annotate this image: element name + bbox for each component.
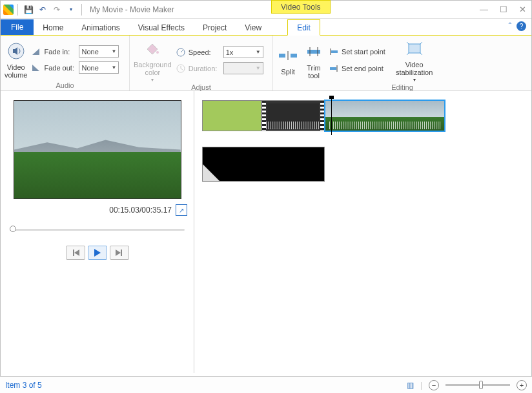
duration-row: Duration: ▼ — [176, 61, 263, 76]
paint-bucket-icon — [141, 37, 163, 59]
prev-frame-button[interactable] — [66, 246, 85, 260]
fade-out-combo[interactable]: None▼ — [79, 61, 119, 74]
set-end-icon — [329, 63, 339, 74]
fade-in-icon — [31, 47, 41, 57]
zoom-in-button[interactable]: + — [517, 380, 527, 390]
window-title: My Movie - Movie Maker — [90, 5, 174, 14]
group-audio: Video volume Fade in: None▼ Fade out: No… — [1, 36, 130, 90]
speed-row: Speed: 1x▼ — [176, 45, 263, 59]
video-tools-label: Video Tools — [271, 0, 331, 14]
contextual-tab-header: Video Tools — [271, 0, 331, 14]
seek-slider[interactable] — [7, 225, 187, 234]
playhead[interactable] — [331, 98, 332, 135]
timecode: 00:15.03/00:35.17 — [109, 206, 172, 215]
tab-animations[interactable]: Animations — [72, 20, 128, 35]
maximize-button[interactable]: ☐ — [500, 5, 507, 14]
quick-access-toolbar: 💾 ↶ ↷ ▾ My Movie - Movie Maker — [1, 3, 174, 16]
ribbon-tabs: File Home Animations Visual Effects Proj… — [1, 19, 531, 36]
separator — [17, 4, 18, 16]
next-frame-button[interactable] — [110, 246, 129, 260]
group-editing: Split Trim tool Set start point Set end … — [273, 36, 531, 90]
clip-scene-1[interactable] — [261, 100, 325, 131]
main-area: 00:15.03/00:35.17 ↗ — [1, 91, 531, 373]
split-icon — [277, 45, 299, 67]
status-bar: Item 3 of 5 ▥ | − + — [0, 376, 532, 393]
timeline-pane[interactable] — [194, 91, 531, 373]
set-start-point-button[interactable]: Set start point — [329, 45, 385, 59]
svg-rect-12 — [330, 67, 336, 70]
titlebar: 💾 ↶ ↷ ▾ My Movie - Movie Maker Video Too… — [1, 1, 531, 19]
fullscreen-icon[interactable]: ↗ — [176, 204, 187, 216]
qat-dropdown-icon[interactable]: ▾ — [65, 3, 77, 16]
tab-project[interactable]: Project — [194, 20, 236, 35]
stabilization-icon — [404, 37, 425, 59]
timeline-row-1 — [202, 100, 524, 131]
speedometer-icon — [176, 47, 186, 58]
svg-rect-14 — [409, 44, 420, 53]
separator — [81, 4, 82, 16]
clip-title[interactable] — [202, 100, 261, 131]
help-icon[interactable]: ? — [517, 21, 526, 31]
tab-file[interactable]: File — [1, 19, 34, 35]
tab-edit[interactable]: Edit — [287, 19, 320, 36]
svg-rect-5 — [291, 54, 297, 58]
video-stabilization-button[interactable]: Video stabilization▾ — [396, 37, 433, 83]
tab-view[interactable]: View — [236, 20, 271, 35]
close-button[interactable]: ✕ — [519, 5, 526, 14]
fade-in-row: Fade in: None▼ — [31, 45, 119, 59]
volume-icon — [5, 40, 27, 62]
play-button[interactable] — [88, 246, 107, 260]
fade-in-combo[interactable]: None▼ — [79, 45, 119, 58]
tab-visual-effects[interactable]: Visual Effects — [129, 20, 194, 35]
split-button[interactable]: Split — [277, 45, 299, 76]
thumbnails-view-icon[interactable]: ▥ — [407, 381, 414, 390]
video-volume-button[interactable]: Video volume — [5, 40, 27, 79]
app-icon — [3, 5, 14, 15]
duration-combo: ▼ — [223, 62, 263, 74]
status-item-count: Item 3 of 5 — [5, 381, 42, 390]
undo-icon[interactable]: ↶ — [36, 3, 49, 16]
collapse-ribbon-icon[interactable]: ˆ — [509, 21, 511, 31]
tab-home[interactable]: Home — [34, 20, 72, 35]
set-end-point-button[interactable]: Set end point — [329, 61, 385, 76]
clip-scene-2-selected[interactable] — [325, 100, 445, 131]
timeline-row-2 — [202, 147, 524, 182]
fade-out-icon — [31, 63, 41, 73]
speed-combo[interactable]: 1x▼ — [223, 46, 263, 58]
svg-rect-10 — [331, 50, 338, 53]
save-icon[interactable]: 💾 — [22, 3, 35, 16]
clock-icon — [176, 63, 186, 74]
group-adjust: Background color▾ Speed: 1x▼ Duration: ▼… — [130, 36, 273, 90]
preview-monitor[interactable] — [14, 100, 181, 199]
background-color-button[interactable]: Background color▾ — [134, 37, 172, 83]
zoom-out-button[interactable]: − — [429, 380, 439, 390]
trim-button[interactable]: Trim tool — [303, 41, 325, 80]
window-controls: — ☐ ✕ — [480, 5, 531, 14]
preview-pane: 00:15.03/00:35.17 ↗ — [1, 91, 194, 373]
svg-rect-7 — [307, 50, 320, 54]
zoom-slider[interactable] — [445, 384, 510, 386]
svg-rect-4 — [279, 54, 285, 58]
minimize-button[interactable]: — — [480, 5, 488, 14]
ribbon: Video volume Fade in: None▼ Fade out: No… — [1, 36, 531, 91]
svg-point-1 — [156, 51, 159, 54]
redo-icon[interactable]: ↷ — [50, 3, 63, 16]
clip-scene-3[interactable] — [202, 147, 325, 182]
trim-icon — [303, 41, 325, 63]
fade-out-row: Fade out: None▼ — [31, 61, 119, 75]
set-start-icon — [329, 47, 339, 57]
